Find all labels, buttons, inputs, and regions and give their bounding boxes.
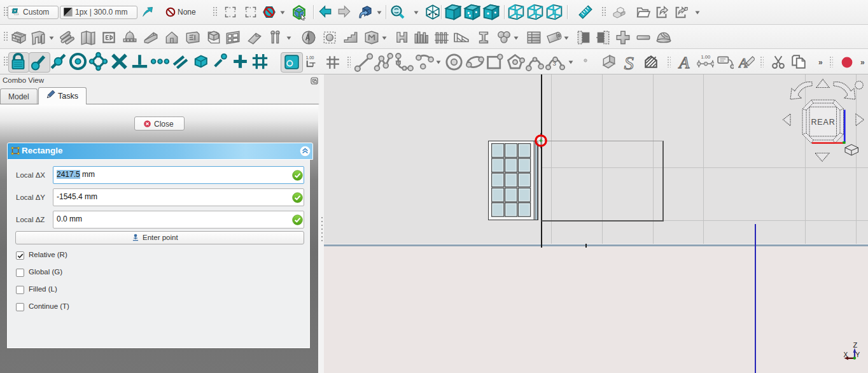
svg-text:REAR: REAR bbox=[811, 118, 836, 127]
svg-text:3: 3 bbox=[552, 60, 556, 67]
svg-text:S: S bbox=[624, 53, 634, 71]
svg-text:1.00: 1.00 bbox=[701, 54, 711, 60]
svg-text:A: A bbox=[678, 53, 689, 70]
svg-text:1.00: 1.00 bbox=[306, 55, 314, 60]
svg-text:X: X bbox=[844, 351, 848, 358]
svg-text:Z: Z bbox=[853, 341, 858, 349]
svg-text:Y: Y bbox=[856, 351, 860, 358]
